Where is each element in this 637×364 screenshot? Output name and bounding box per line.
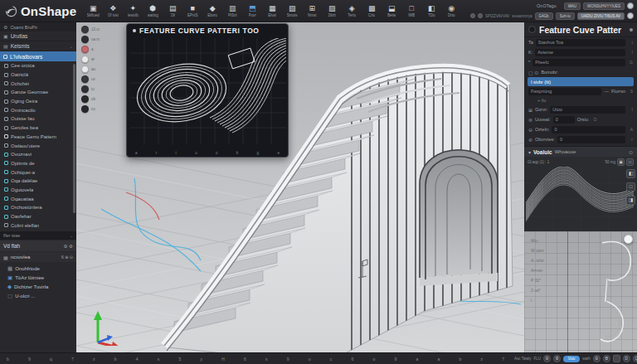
toolbar-tool-button[interactable]: ▤ Oil bbox=[163, 0, 182, 22]
feature-checkbox-icon[interactable] bbox=[4, 143, 8, 148]
display-button[interactable]: D bbox=[623, 355, 630, 362]
toolbar-tool-button[interactable]: ▦ Elvst bbox=[262, 0, 282, 22]
toolbar-tool-button[interactable]: ◧ TDu bbox=[421, 0, 441, 22]
tree-item[interactable]: Ogutovela bbox=[0, 186, 76, 195]
tree-scrollbar[interactable] bbox=[73, 64, 75, 213]
feature-checkbox-icon[interactable] bbox=[4, 81, 8, 85]
topbar-small-button[interactable]: WAU bbox=[564, 2, 581, 10]
curve-field[interactable]: Utoo bbox=[550, 106, 625, 114]
tree-section-row[interactable]: ▤ Kelsmls ⌄ bbox=[0, 41, 76, 51]
vtoolbar-dot-icon[interactable] bbox=[81, 105, 89, 113]
feature-checkbox-icon[interactable] bbox=[4, 170, 8, 174]
chevron-down-icon[interactable]: ▾ bbox=[528, 149, 531, 155]
vtoolbar-dot-icon[interactable] bbox=[81, 56, 89, 63]
tree-item[interactable]: Oging Oeira bbox=[0, 97, 76, 106]
curve-preview-area[interactable]: Gl.aqp (1) : 1 50 mg ▣ □ bbox=[524, 157, 637, 231]
toolbar-tool-button[interactable]: ▥ PiSnl bbox=[222, 0, 242, 22]
toolbar-tool-button[interactable]: ⊞ Nmst bbox=[302, 0, 322, 22]
feature-checkbox-icon[interactable] bbox=[4, 134, 8, 138]
toolbar-tool-button[interactable]: ⬢ wattng bbox=[143, 0, 163, 22]
tree-item[interactable]: Oatrtclä bbox=[0, 70, 76, 80]
mode-field[interactable]: Avteroe bbox=[535, 49, 625, 56]
tree-item[interactable]: Oavfehar bbox=[0, 212, 76, 221]
tree-item[interactable]: Gerofes bea bbox=[0, 124, 76, 133]
timeline-tick-row[interactable]: b 9 q 7 z b 4 s 5 y H 6 bbox=[0, 357, 511, 362]
vtoolbar-dot-icon[interactable] bbox=[81, 26, 89, 33]
3d-viewport[interactable]: 13 cr ua m a ar bbox=[76, 22, 524, 352]
tree-section-row[interactable]: ▣ Urutlas bbox=[0, 32, 76, 41]
tree-item[interactable]: Oqa dalëlae bbox=[0, 177, 76, 186]
document-tab[interactable]: ⚙ Csamt BruPir bbox=[0, 22, 76, 32]
view-button[interactable]: ◧ bbox=[626, 169, 635, 178]
feature-checkbox-icon[interactable] bbox=[4, 206, 8, 210]
vtoolbar-dot-icon[interactable] bbox=[81, 85, 89, 93]
shading-button[interactable]: Ɵ bbox=[603, 355, 610, 362]
vtoolbar-item[interactable]: ua m bbox=[81, 36, 100, 43]
tree-item[interactable]: Orchostünlera bbox=[0, 203, 76, 212]
feature-checkbox-icon[interactable] bbox=[4, 161, 8, 165]
tree-item[interactable]: Omincacilo bbox=[0, 105, 76, 114]
storage-button[interactable]: G4Gb bbox=[535, 12, 553, 20]
vtoolbar-item[interactable]: au bbox=[81, 66, 100, 73]
chevron-down-icon[interactable]: ⌄ bbox=[70, 44, 73, 49]
toolbar-tool-button[interactable]: ■ EPvtS bbox=[182, 0, 202, 22]
toolbar-tool-button[interactable]: ◉ Drto bbox=[441, 0, 461, 22]
question-button[interactable]: Q bbox=[633, 355, 637, 362]
fullscreen-button[interactable] bbox=[613, 355, 620, 362]
vtoolbar-dot-icon[interactable] bbox=[81, 36, 89, 43]
preview-grid-button[interactable]: ▣ bbox=[617, 158, 625, 166]
sketch-add-button[interactable] bbox=[624, 235, 633, 244]
preview-fit-button[interactable]: □ bbox=[626, 158, 634, 166]
tree-item[interactable]: Ovuznavi bbox=[0, 150, 76, 159]
toolbar-tool-button[interactable]: □ IMB bbox=[401, 0, 421, 22]
spacing-field[interactable]: Fwspriüng bbox=[528, 88, 601, 95]
active-mode-pill[interactable]: Uuu bbox=[563, 356, 580, 362]
tree-item[interactable]: Garute Geormae bbox=[0, 88, 76, 97]
snap-button[interactable]: Θ bbox=[543, 355, 551, 362]
vtoolbar-item[interactable]: ar bbox=[81, 56, 100, 63]
part-item[interactable]: ▦ Onohfriode bbox=[0, 264, 76, 273]
checkbox-icons[interactable]: ▢ ⊙ bbox=[528, 70, 538, 75]
vtoolbar-item[interactable]: ob bbox=[81, 95, 100, 103]
toolbar-tool-button[interactable]: ▧ Smots bbox=[282, 0, 302, 22]
tree-item[interactable]: Cee orcica bbox=[0, 61, 76, 70]
tree-item[interactable]: Peace Gerro Pattern bbox=[0, 133, 76, 142]
chevron-down-icon[interactable]: ⌄ bbox=[70, 234, 73, 238]
toolbar-tool-button[interactable]: ▩ Criu bbox=[362, 0, 382, 22]
feature-checkbox-icon[interactable] bbox=[3, 55, 7, 59]
feature-checkbox-icon[interactable] bbox=[4, 179, 8, 183]
feature-checkbox-icon[interactable] bbox=[4, 99, 8, 104]
tree-item[interactable]: Ochiquei-a bbox=[0, 167, 76, 177]
vtoolbar-item[interactable]: 13 cr bbox=[81, 26, 100, 33]
assembly-action-icons[interactable]: 6 ⊕ ⊙ bbox=[61, 255, 73, 260]
tree-item[interactable]: Optimis de bbox=[0, 159, 76, 168]
part-item[interactable]: ▣ TöAz löirniee bbox=[0, 273, 76, 282]
toolbar-tool-button[interactable]: ✦ Iestvlb bbox=[123, 0, 143, 22]
tree-filter-bar[interactable]: ffter iwae ⌄ bbox=[0, 231, 76, 240]
feature-checkbox-icon[interactable] bbox=[4, 90, 8, 95]
parts-list-header[interactable]: Vd flah ⚙ ⚙ bbox=[0, 240, 76, 251]
instances-field[interactable]: 0 bbox=[557, 136, 625, 143]
vtoolbar-item[interactable]: cu bbox=[81, 105, 100, 113]
toolbar-tool-button[interactable]: ⬒ Puvr bbox=[242, 0, 262, 22]
vtoolbar-dot-icon[interactable] bbox=[81, 75, 89, 83]
feature-checkbox-icon[interactable] bbox=[4, 117, 8, 121]
type-field[interactable]: Stavhus Toa bbox=[536, 39, 625, 46]
topbar-wide-button[interactable]: WONSUHVYYIUES bbox=[583, 2, 625, 10]
subheader-icon[interactable]: ⊙ bbox=[629, 149, 633, 155]
pan-button[interactable]: □ bbox=[626, 182, 635, 192]
feature-checkbox-icon[interactable] bbox=[4, 64, 8, 68]
vtoolbar-item[interactable]: uv bbox=[81, 75, 100, 83]
feature-checkbox-icon[interactable] bbox=[4, 73, 8, 77]
profile-sketch-area[interactable]: Mu;- W cam A- tolst Armet- P 32° 2 ud° i bbox=[524, 231, 637, 352]
help-avatar[interactable] bbox=[627, 12, 634, 19]
profile-field[interactable]: Fheelc bbox=[532, 59, 625, 66]
part-item[interactable]: ◆ Dichtzer Tuvirla bbox=[0, 282, 76, 291]
add-item-row[interactable]: + ilu bbox=[524, 96, 637, 104]
backup-button[interactable]: Suh-lo bbox=[556, 12, 575, 20]
toolbar-tool-button[interactable]: ▨ Ditzt bbox=[322, 0, 342, 22]
vtoolbar-dot-icon[interactable] bbox=[81, 46, 89, 53]
app-logo[interactable]: OnShape bbox=[0, 4, 83, 18]
grid-button[interactable]: Φ bbox=[553, 355, 561, 362]
assembly-row[interactable]: ▦ ncxovlea 6 ⊕ ⊙ bbox=[0, 252, 76, 262]
